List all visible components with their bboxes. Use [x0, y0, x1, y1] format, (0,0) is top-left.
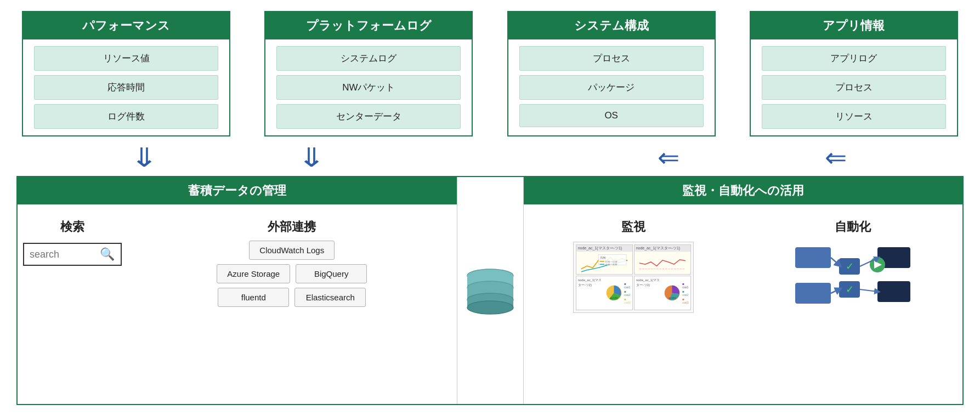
list-item: プロセス	[519, 46, 704, 71]
app-info-box: アプリ情報 アプリログ プロセス リソース	[750, 11, 958, 136]
svg-point-6	[467, 301, 513, 314]
svg-text:凡例:: 凡例:	[599, 256, 605, 259]
database-icon-container	[457, 177, 523, 404]
svg-line-33	[860, 289, 877, 292]
automation-section: 自動化 ✓ ✓	[749, 213, 957, 313]
pie-chart-icon: 集計1(%)	[605, 281, 622, 305]
platform-log-header: プラットフォームログ	[265, 12, 472, 39]
list-item: システムログ	[276, 46, 461, 71]
list-item[interactable]: CloudWatch Logs	[249, 241, 335, 260]
right-panel: 監視・自動化への活用 監視 node_ac_1(マスター-ツ1)	[523, 177, 963, 404]
bottom-section: 蓄積データの管理 検索 🔍 外部連携 CloudWatch Logs	[16, 176, 964, 405]
top-row: パフォーマンス リソース値 応答時間 ログ件数 プラットフォームログ システムロ…	[16, 11, 964, 136]
external-grid: CloudWatch Logs Azure Storage BigQuery f…	[133, 241, 451, 307]
mini-bottom-row: node_ac_1(マスター-ツ2) 集計1(%) ■ cat1	[576, 276, 691, 310]
monitor-section: 監視 node_ac_1(マスター-ツ1)	[529, 213, 738, 313]
list-item: パッケージ	[519, 75, 704, 100]
database-icon	[463, 266, 518, 315]
line-chart-icon: 凡例: 5.00 ~ 5.10 4.00 ~ 4.00	[576, 252, 632, 273]
arrow-down-icon: ⇓	[130, 142, 158, 173]
pie-legend: ■ cat1 ■ cat2 ■ cat3	[682, 282, 688, 304]
mini-pie-box-2: node_ac_1(マスター-ツ3) 集計2(%) ■ cat1	[634, 276, 691, 310]
svg-rect-27	[877, 281, 910, 302]
left-panel-content: 検索 🔍 外部連携 CloudWatch Logs Azure Stor	[18, 204, 457, 404]
left-panel-header: 蓄積データの管理	[18, 177, 457, 204]
line-chart-icon	[635, 252, 690, 273]
list-item: アプリログ	[762, 46, 946, 71]
mini-chart-box-2: node_ac_1(マスター-ツ1)	[634, 244, 691, 275]
list-item: センターデータ	[276, 104, 461, 129]
performance-items: リソース値 応答時間 ログ件数	[23, 39, 229, 135]
mini-pie-box-1: node_ac_1(マスター-ツ2) 集計1(%) ■ cat1	[576, 276, 633, 310]
automation-label: 自動化	[835, 219, 871, 235]
external-section: 外部連携 CloudWatch Logs Azure Storage BigQu…	[133, 213, 451, 307]
list-item: プロセス	[762, 75, 946, 100]
svg-rect-14	[639, 252, 686, 273]
list-item: リソース	[762, 104, 946, 129]
external-row-3: fluentd Elasticsearch	[218, 288, 366, 307]
right-panel-content: 監視 node_ac_1(マスター-ツ1)	[524, 204, 963, 404]
app-info-header: アプリ情報	[751, 12, 957, 39]
system-config-box: システム構成 プロセス パッケージ OS	[507, 11, 716, 136]
search-input[interactable]	[30, 249, 95, 260]
main-container: パフォーマンス リソース値 応答時間 ログ件数 プラットフォームログ システムロ…	[0, 0, 980, 416]
left-panel: 蓄積データの管理 検索 🔍 外部連携 CloudWatch Logs	[18, 177, 457, 404]
arrow-down-icon: ⇓	[297, 142, 326, 173]
svg-line-31	[831, 289, 839, 293]
list-item: 応答時間	[34, 75, 218, 100]
performance-header: パフォーマンス	[23, 12, 229, 39]
list-item[interactable]: Azure Storage	[217, 264, 290, 283]
pie-chart-icon: 集計2(%)	[664, 281, 681, 305]
arrow-row: ⇓ ⇓ ⇐ ⇐	[16, 139, 964, 176]
search-label: 検索	[60, 219, 84, 235]
svg-text:✓: ✓	[845, 261, 853, 272]
list-item: OS	[519, 104, 704, 127]
list-item: ログ件数	[34, 104, 218, 129]
svg-text:4.00 ~ 4.00: 4.00 ~ 4.00	[605, 263, 618, 266]
right-panel-header: 監視・自動化への活用	[524, 177, 963, 204]
monitor-preview: node_ac_1(マスター-ツ1) 凡例: 5.00 ~ 5.10	[573, 242, 694, 313]
app-info-items: アプリログ プロセス リソース	[751, 39, 957, 135]
mini-dashboard: node_ac_1(マスター-ツ1) 凡例: 5.00 ~ 5.10	[574, 242, 693, 312]
pie-legend: ■ cat1 ■ cat2 ■ cat3	[624, 282, 630, 304]
svg-line-30	[831, 258, 839, 265]
automation-diagram: ✓ ✓	[792, 242, 913, 313]
arrow-left-icon: ⇐	[658, 142, 679, 173]
list-item[interactable]: Elasticsearch	[294, 288, 366, 307]
system-config-header: システム構成	[508, 12, 715, 39]
automation-flow-icon: ✓ ✓	[792, 242, 913, 313]
external-row-1: CloudWatch Logs	[249, 241, 335, 260]
svg-text:5.00 ~ 5.10: 5.00 ~ 5.10	[605, 260, 618, 263]
platform-log-box: プラットフォームログ システムログ NWパケット センターデータ	[264, 11, 473, 136]
svg-rect-21	[795, 283, 831, 304]
list-item: NWパケット	[276, 75, 461, 100]
performance-box: パフォーマンス リソース値 応答時間 ログ件数	[22, 11, 230, 136]
mini-chart-box-1: node_ac_1(マスター-ツ1) 凡例: 5.00 ~ 5.10	[576, 244, 633, 275]
list-item[interactable]: fluentd	[218, 288, 289, 307]
mini-top-row: node_ac_1(マスター-ツ1) 凡例: 5.00 ~ 5.10	[576, 244, 691, 275]
platform-log-items: システムログ NWパケット センターデータ	[265, 39, 472, 135]
svg-text:集計2(%): 集計2(%)	[669, 297, 676, 299]
monitor-label: 監視	[621, 219, 645, 235]
list-item[interactable]: BigQuery	[296, 264, 367, 283]
search-box[interactable]: 🔍	[23, 243, 122, 266]
search-section: 検索 🔍	[23, 213, 122, 266]
svg-text:✓: ✓	[845, 284, 853, 295]
search-icon: 🔍	[100, 247, 115, 261]
list-item: リソース値	[34, 46, 218, 71]
external-label: 外部連携	[268, 219, 316, 235]
svg-text:集計1(%): 集計1(%)	[610, 297, 618, 299]
arrow-left-icon: ⇐	[825, 142, 847, 173]
svg-rect-20	[795, 247, 831, 268]
external-row-2: Azure Storage BigQuery	[217, 264, 367, 283]
system-config-items: プロセス パッケージ OS	[508, 39, 715, 134]
